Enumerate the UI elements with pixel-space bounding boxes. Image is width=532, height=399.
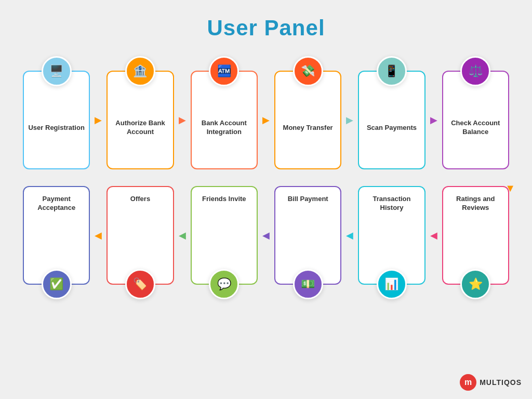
- label-authorize-bank-account: Authorize Bank Account: [108, 119, 172, 137]
- card-ratings-reviews: Ratings and Reviews ⭐: [442, 186, 509, 285]
- arrow-5-6: ▶: [427, 114, 441, 126]
- card-money-transfer: 💸 Money Transfer: [274, 71, 341, 169]
- arrow-12-11: ◀: [427, 230, 441, 241]
- arrow-1-2: ▶: [91, 114, 105, 126]
- label-friends-invite: Friends Invite: [198, 195, 250, 204]
- card-user-registration: 🖥️ User Registration: [23, 71, 90, 169]
- icon-user-registration: 🖥️: [42, 56, 72, 86]
- card-friends-invite: Friends Invite 💬: [191, 186, 258, 285]
- logo-text: MULTIQOS: [480, 378, 522, 387]
- card-transaction-history: Transaction History 📊: [358, 186, 425, 285]
- logo: m MULTIQOS: [460, 374, 522, 391]
- card-offers: Offers 🏷️: [107, 186, 174, 285]
- label-ratings-reviews: Ratings and Reviews: [443, 195, 508, 212]
- label-payment-acceptance: Payment Acceptance: [24, 195, 89, 212]
- arrow-9-8: ◀: [175, 230, 190, 241]
- label-bank-integration: Bank Account Integration: [192, 119, 257, 137]
- card-authorize-bank-account: 🏦 Authorize Bank Account: [107, 71, 174, 169]
- icon-money-transfer: 💸: [293, 56, 323, 86]
- label-scan-payments: Scan Payments: [363, 124, 421, 132]
- label-user-registration: User Registration: [24, 124, 88, 132]
- page: User Panel 🖥️ User Registration ▶ 🏦: [0, 0, 532, 399]
- arrow-4-5: ▶: [342, 114, 357, 126]
- down-arrow-right: ▼: [505, 182, 515, 194]
- arrow-11-10: ◀: [342, 230, 357, 241]
- icon-transaction-history: 📊: [377, 269, 407, 299]
- label-transaction-history: Transaction History: [359, 195, 424, 212]
- icon-check-balance: ⚖️: [460, 56, 490, 86]
- icon-bill-payment: 💵: [293, 269, 323, 299]
- label-check-balance: Check Account Balance: [443, 119, 508, 137]
- label-money-transfer: Money Transfer: [279, 124, 337, 132]
- icon-bank-integration: 🏧: [209, 56, 239, 86]
- label-offers: Offers: [126, 195, 154, 204]
- diagram-area: 🖥️ User Registration ▶ 🏦 Authorize Bank …: [10, 46, 522, 285]
- label-bill-payment: Bill Payment: [284, 195, 332, 204]
- icon-ratings-reviews: ⭐: [460, 269, 490, 299]
- card-bill-payment: Bill Payment 💵: [274, 186, 341, 285]
- bottom-row: Payment Acceptance ✅ ◀ Offers 🏷️ ◀: [22, 186, 510, 285]
- card-payment-acceptance: Payment Acceptance ✅: [23, 186, 90, 285]
- card-scan-payments: 📱 Scan Payments: [358, 71, 425, 169]
- icon-offers: 🏷️: [125, 269, 155, 299]
- card-check-balance: ⚖️ Check Account Balance ▼: [442, 71, 509, 169]
- arrow-10-9: ◀: [259, 230, 273, 241]
- arrow-2-3: ▶: [175, 114, 190, 126]
- arrow-8-7: ◀: [91, 230, 105, 241]
- icon-scan-payments: 📱: [377, 56, 407, 86]
- icon-authorize-bank: 🏦: [125, 56, 155, 86]
- arrow-3-4: ▶: [259, 114, 273, 126]
- card-bank-integration: 🏧 Bank Account Integration: [191, 71, 258, 169]
- logo-icon: m: [460, 374, 476, 391]
- icon-payment-acceptance: ✅: [42, 269, 72, 299]
- top-row: 🖥️ User Registration ▶ 🏦 Authorize Bank …: [22, 71, 510, 169]
- page-title: User Panel: [10, 10, 522, 41]
- icon-friends-invite: 💬: [209, 269, 239, 299]
